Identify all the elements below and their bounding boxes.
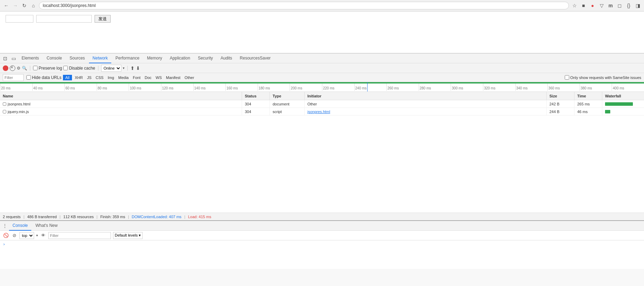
load-link[interactable]: Load: 415 ms <box>188 215 211 219</box>
tab-performance[interactable]: Performance <box>112 54 143 63</box>
console-content: › <box>0 240 644 269</box>
throttle-arrow: ▾ <box>123 66 124 70</box>
filter-type-font[interactable]: Font <box>131 75 142 80</box>
tab-elements[interactable]: Elements <box>18 54 42 63</box>
filter-type-other[interactable]: Other <box>183 75 196 80</box>
row1-initiator: Other <box>305 100 547 108</box>
tab-audits[interactable]: Audits <box>217 54 235 63</box>
column-status[interactable]: Status <box>242 92 270 100</box>
console-eye-button[interactable]: 👁 <box>40 232 46 239</box>
filter-type-media[interactable]: Media <box>117 75 130 80</box>
filter-type-css[interactable]: CSS <box>94 75 105 80</box>
row2-checkbox[interactable] <box>3 110 6 113</box>
address-bar[interactable]: localhost:3000/jsonpres.html <box>39 2 569 9</box>
disable-cache-input[interactable] <box>63 66 68 70</box>
back-button[interactable]: ← <box>3 2 10 9</box>
filter-type-img[interactable]: Img <box>106 75 115 80</box>
column-type[interactable]: Type <box>270 92 305 100</box>
console-cursor[interactable] <box>7 242 9 247</box>
disable-cache-checkbox[interactable]: Disable cache <box>63 66 95 71</box>
domcontent-link[interactable]: DOMContentLoaded: 407 ms <box>132 215 182 219</box>
separator-2 <box>98 66 98 71</box>
only-samesite-input[interactable] <box>565 75 569 80</box>
record-button[interactable] <box>3 65 8 71</box>
import-har-button[interactable]: ⬆ <box>130 65 135 71</box>
clear-button[interactable]: ✕ <box>10 65 15 71</box>
row2-waterfall-bar <box>605 110 610 113</box>
console-tab-whatsnew[interactable]: What's New <box>32 221 61 231</box>
timeline-progress-bar <box>0 82 644 84</box>
row1-type: document <box>270 100 305 108</box>
table-row[interactable]: jquery.min.js 304 script jsonpres.html 2… <box>0 108 644 116</box>
extension-icon7[interactable]: ◨ <box>634 2 641 9</box>
row2-size: 244 B <box>547 108 574 115</box>
console-panel: ⋮ Console What's New 🚫 ⊘ top ▾ 👁 Default… <box>0 220 644 269</box>
throttle-select[interactable]: Online <box>101 65 121 72</box>
row2-waterfall <box>602 108 644 115</box>
column-time[interactable]: Time <box>574 92 602 100</box>
preserve-log-input[interactable] <box>33 66 38 70</box>
row2-type: script <box>270 108 305 115</box>
row2-initiator-link[interactable]: jsonpres.html <box>307 110 330 114</box>
table-header: Name Status Type Initiator Size Time Wat… <box>0 92 644 100</box>
context-select[interactable]: top <box>19 232 34 239</box>
extension-icon6[interactable]: {} <box>625 2 632 9</box>
home-button[interactable]: ⌂ <box>30 2 37 9</box>
filter-type-ws[interactable]: WS <box>154 75 163 80</box>
row1-waterfall-bar <box>605 102 633 106</box>
tab-security[interactable]: Security <box>194 54 216 63</box>
separator-3 <box>127 66 128 71</box>
table-row[interactable]: jsonpres.html 304 document Other 242 B 2… <box>0 100 644 108</box>
console-menu-button[interactable]: ⋮ <box>1 222 8 229</box>
filter-type-manifest[interactable]: Manifest <box>164 75 182 80</box>
hide-data-urls-checkbox[interactable]: Hide data URLs <box>26 75 62 80</box>
extension-icon1[interactable]: ■ <box>580 2 587 9</box>
extension-icon2[interactable]: ● <box>589 2 596 9</box>
extension-icon3[interactable]: ▽ <box>598 2 605 9</box>
filter-type-js[interactable]: JS <box>86 75 93 80</box>
row1-status: 304 <box>242 100 270 108</box>
tab-network[interactable]: Network <box>89 54 111 63</box>
row2-time: 46 ms <box>574 108 602 115</box>
tab-console[interactable]: Console <box>43 54 65 63</box>
reload-button[interactable]: ↻ <box>21 2 28 9</box>
send-button[interactable]: 发送 <box>95 15 111 23</box>
column-waterfall[interactable]: Waterfall <box>602 92 644 100</box>
row1-checkbox[interactable] <box>3 102 6 106</box>
bookmark-icon[interactable]: ☆ <box>571 2 578 9</box>
only-samesite-checkbox[interactable]: Only show requests with SameSite issues <box>565 75 641 80</box>
tab-sources[interactable]: Sources <box>66 54 88 63</box>
console-clear-button[interactable]: 🚫 <box>3 232 9 239</box>
console-filter-input[interactable] <box>48 232 111 239</box>
extension-icon4[interactable]: m <box>607 2 614 9</box>
ruler-marks: 20 ms40 ms60 ms80 ms100 ms120 ms140 ms16… <box>0 82 644 92</box>
filter-input[interactable] <box>3 74 24 81</box>
forward-button[interactable]: → <box>12 2 19 9</box>
tab-memory[interactable]: Memory <box>144 54 166 63</box>
tab-resourcessaver[interactable]: ResourcesSaver <box>236 54 274 63</box>
device-icon[interactable]: ▭ <box>10 55 17 62</box>
filter-icon[interactable]: ⚙ <box>17 66 21 71</box>
tab-application[interactable]: Application <box>166 54 194 63</box>
search-icon[interactable]: 🔍 <box>22 66 27 71</box>
network-toolbar: ✕ ⚙ 🔍 Preserve log Disable cache Online … <box>0 63 644 73</box>
console-tab-console[interactable]: Console <box>9 221 31 231</box>
column-size[interactable]: Size <box>547 92 574 100</box>
inspect-icon[interactable]: ⊡ <box>1 55 9 62</box>
extension-icon5[interactable]: ◻ <box>616 2 623 9</box>
column-name[interactable]: Name <box>0 92 242 100</box>
filter-type-all[interactable]: All <box>63 75 72 80</box>
devtools: ⊡ ▭ Elements Console Sources Network Per… <box>0 53 644 220</box>
default-levels-button[interactable]: Default levels ▾ <box>113 232 143 239</box>
resources-size: 112 KB resources <box>63 215 94 219</box>
column-initiator[interactable]: Initiator <box>305 92 547 100</box>
filter-type-xhr[interactable]: XHR <box>73 75 84 80</box>
console-filter-button[interactable]: ⊘ <box>11 232 17 239</box>
hide-data-urls-input[interactable] <box>26 75 31 80</box>
filter-type-doc[interactable]: Doc <box>143 75 153 80</box>
page-input-2[interactable] <box>36 15 92 23</box>
export-har-button[interactable]: ⬇ <box>136 65 140 71</box>
page-input-1[interactable] <box>6 15 33 23</box>
page-content: 发送 <box>0 11 644 53</box>
preserve-log-checkbox[interactable]: Preserve log <box>33 66 62 71</box>
